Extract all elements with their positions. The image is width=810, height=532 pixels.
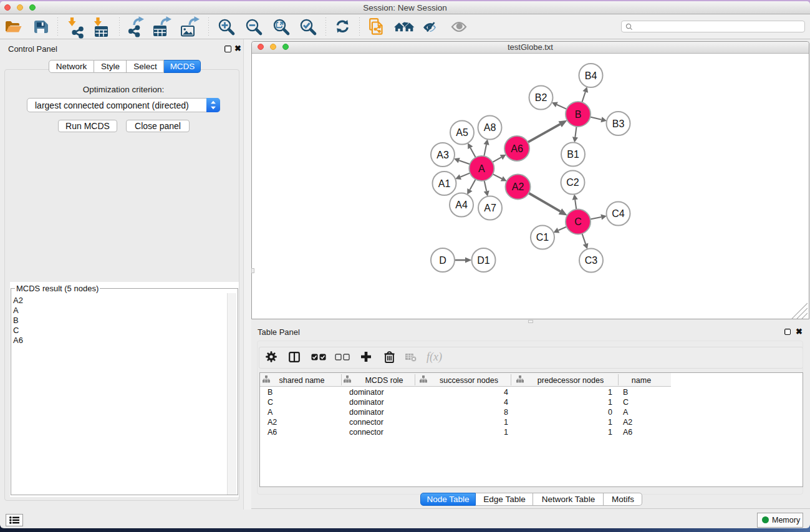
svg-text:B: B [575, 109, 582, 120]
svg-text:A4: A4 [455, 200, 468, 210]
svg-text:B4: B4 [585, 70, 597, 81]
svg-text:A5: A5 [456, 127, 468, 138]
svg-text:A3: A3 [436, 150, 449, 160]
svg-text:A2: A2 [512, 181, 524, 192]
svg-text:A7: A7 [484, 203, 496, 213]
svg-text:D1: D1 [477, 255, 490, 266]
svg-text:C4: C4 [612, 208, 625, 219]
svg-text:C2: C2 [566, 177, 579, 188]
svg-text:A: A [478, 163, 485, 174]
svg-text:B1: B1 [567, 149, 579, 160]
svg-text:C3: C3 [585, 255, 598, 266]
svg-text:A8: A8 [484, 122, 496, 133]
svg-text:B2: B2 [535, 92, 547, 103]
svg-text:D: D [439, 255, 446, 266]
svg-text:B3: B3 [612, 118, 625, 129]
svg-text:C: C [574, 216, 582, 227]
svg-text:A1: A1 [438, 178, 451, 189]
svg-text:C1: C1 [536, 232, 549, 243]
svg-text:A6: A6 [511, 143, 523, 154]
